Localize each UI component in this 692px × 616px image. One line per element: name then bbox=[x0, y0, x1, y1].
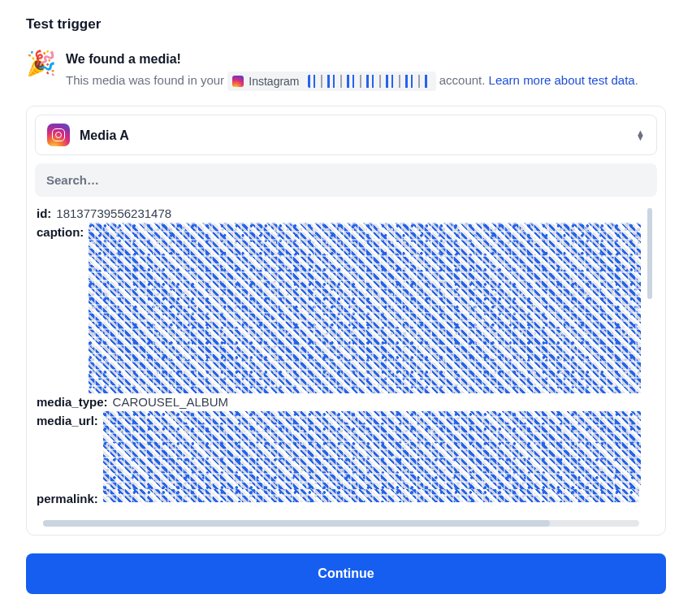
learn-more-link[interactable]: Learn more about test data bbox=[489, 73, 635, 87]
field-id-label: id: bbox=[37, 205, 51, 223]
section-title: Test trigger bbox=[26, 15, 666, 35]
media-selector[interactable]: Media A ▲▼ bbox=[35, 115, 657, 155]
field-media-type-value: CAROUSEL_ALBUM bbox=[113, 393, 229, 411]
instagram-icon bbox=[232, 76, 244, 87]
field-media-url-label: media_url: bbox=[37, 411, 98, 430]
party-popper-icon: 🎉 bbox=[26, 51, 56, 76]
field-media-url: media_url: bbox=[35, 411, 642, 489]
field-id-value: 18137739556231478 bbox=[56, 205, 171, 223]
field-media-url-redacted bbox=[103, 411, 641, 489]
field-caption-label: caption: bbox=[37, 223, 84, 241]
field-permalink-redacted bbox=[103, 489, 639, 502]
found-heading: We found a media! bbox=[66, 50, 638, 68]
field-media-type: media_type: CAROUSEL_ALBUM bbox=[35, 393, 642, 411]
result-card: Media A ▲▼ id: 18137739556231478 caption… bbox=[26, 106, 666, 536]
found-suffix: account. bbox=[439, 73, 486, 87]
account-name-redacted bbox=[308, 75, 430, 88]
found-prefix: This media was found in your bbox=[66, 73, 224, 87]
field-caption-redacted bbox=[89, 223, 641, 393]
field-caption: caption: bbox=[35, 223, 642, 393]
select-arrows-icon: ▲▼ bbox=[636, 130, 645, 140]
account-chip[interactable]: Instagram bbox=[227, 72, 435, 91]
period: . bbox=[635, 73, 638, 87]
field-media-type-label: media_type: bbox=[37, 393, 108, 411]
media-selector-label: Media A bbox=[80, 126, 129, 145]
horizontal-scrollbar-thumb[interactable] bbox=[43, 520, 550, 527]
vertical-scrollbar-thumb[interactable] bbox=[647, 208, 652, 299]
horizontal-scrollbar-track[interactable] bbox=[43, 520, 639, 527]
fields-panel: id: 18137739556231478 caption: media_typ… bbox=[35, 205, 657, 527]
field-permalink: permalink: bbox=[35, 489, 642, 508]
found-subtext: This media was found in your Instagram a… bbox=[66, 72, 638, 91]
fields-scroll-area[interactable]: id: 18137739556231478 caption: media_typ… bbox=[35, 205, 657, 527]
continue-button[interactable]: Continue bbox=[26, 553, 666, 594]
search-input[interactable] bbox=[35, 163, 657, 197]
found-media-banner: 🎉 We found a media! This media was found… bbox=[26, 50, 666, 91]
field-id: id: 18137739556231478 bbox=[35, 205, 642, 223]
field-permalink-label: permalink: bbox=[37, 489, 98, 508]
instagram-icon bbox=[47, 124, 70, 146]
account-app-name: Instagram bbox=[249, 73, 299, 89]
